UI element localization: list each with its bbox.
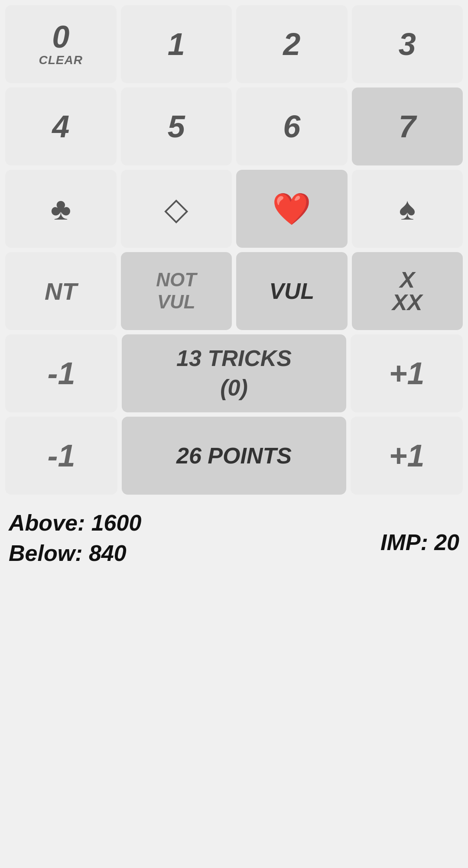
points-minus-label: -1 bbox=[47, 438, 75, 473]
btn-tricks-minus[interactable]: -1 bbox=[5, 334, 117, 412]
scores-row: Above: 1600 Below: 840 IMP: 20 bbox=[5, 503, 463, 568]
scores-left: Above: 1600 Below: 840 bbox=[9, 508, 141, 568]
nt-label: NT bbox=[45, 277, 77, 305]
points-row: -1 26 POINTS +1 bbox=[5, 417, 463, 495]
btn-1[interactable]: 1 bbox=[121, 5, 232, 83]
above-score: Above: 1600 bbox=[9, 508, 141, 538]
points-display[interactable]: 26 POINTS bbox=[122, 417, 346, 495]
xx-container: X XX bbox=[392, 269, 422, 314]
number-row-2: 4 5 6 7 bbox=[5, 87, 463, 165]
vulnerability-row: NT NOTVUL VUL X XX bbox=[5, 252, 463, 330]
btn-tricks-plus[interactable]: +1 bbox=[351, 334, 463, 412]
tricks-plus-label: +1 bbox=[389, 356, 424, 391]
spades-icon: ♠ bbox=[399, 193, 416, 224]
btn-0-label: 0 bbox=[52, 21, 69, 52]
btn-2-label: 2 bbox=[283, 29, 300, 60]
x-label: X bbox=[400, 269, 415, 291]
btn-1-label: 1 bbox=[168, 29, 185, 60]
hearts-icon: ❤️ bbox=[272, 193, 311, 224]
btn-hearts[interactable]: ❤️ bbox=[236, 170, 348, 248]
btn-clubs[interactable]: ♣ bbox=[5, 170, 117, 248]
clubs-icon: ♣ bbox=[51, 193, 71, 224]
suit-row: ♣ ◇ ❤️ ♠ bbox=[5, 170, 463, 248]
btn-4-label: 4 bbox=[52, 111, 69, 142]
btn-7-label: 7 bbox=[399, 111, 416, 142]
btn-nt[interactable]: NT bbox=[5, 252, 117, 330]
tricks-row: -1 13 TRICKS(0) +1 bbox=[5, 334, 463, 412]
vul-label: VUL bbox=[269, 278, 314, 304]
btn-5[interactable]: 5 bbox=[121, 87, 232, 165]
btn-6[interactable]: 6 bbox=[236, 87, 348, 165]
below-score: Below: 840 bbox=[9, 538, 141, 568]
diamonds-icon: ◇ bbox=[164, 193, 188, 224]
points-plus-label: +1 bbox=[389, 438, 424, 473]
number-row-1: 0 CLEAR 1 2 3 bbox=[5, 5, 463, 83]
btn-4[interactable]: 4 bbox=[5, 87, 117, 165]
btn-7[interactable]: 7 bbox=[352, 87, 463, 165]
xx-label: XX bbox=[392, 291, 422, 314]
tricks-minus-label: -1 bbox=[47, 356, 75, 391]
imp-score: IMP: 20 bbox=[380, 529, 459, 555]
btn-xx[interactable]: X XX bbox=[352, 252, 463, 330]
btn-2[interactable]: 2 bbox=[236, 5, 348, 83]
tricks-display[interactable]: 13 TRICKS(0) bbox=[122, 334, 346, 412]
btn-points-plus[interactable]: +1 bbox=[351, 417, 463, 495]
points-center-label: 26 POINTS bbox=[176, 443, 292, 469]
btn-spades[interactable]: ♠ bbox=[352, 170, 463, 248]
tricks-center-label: 13 TRICKS(0) bbox=[176, 344, 292, 402]
btn-3-label: 3 bbox=[399, 29, 416, 60]
btn-vul[interactable]: VUL bbox=[236, 252, 348, 330]
btn-notvul[interactable]: NOTVUL bbox=[121, 252, 232, 330]
btn-3[interactable]: 3 bbox=[352, 5, 463, 83]
btn-6-label: 6 bbox=[283, 111, 300, 142]
notvul-label: NOTVUL bbox=[156, 269, 196, 313]
btn-0-sublabel: CLEAR bbox=[39, 53, 83, 67]
btn-5-label: 5 bbox=[168, 111, 185, 142]
btn-0[interactable]: 0 CLEAR bbox=[5, 5, 117, 83]
btn-points-minus[interactable]: -1 bbox=[5, 417, 117, 495]
btn-diamonds[interactable]: ◇ bbox=[121, 170, 232, 248]
